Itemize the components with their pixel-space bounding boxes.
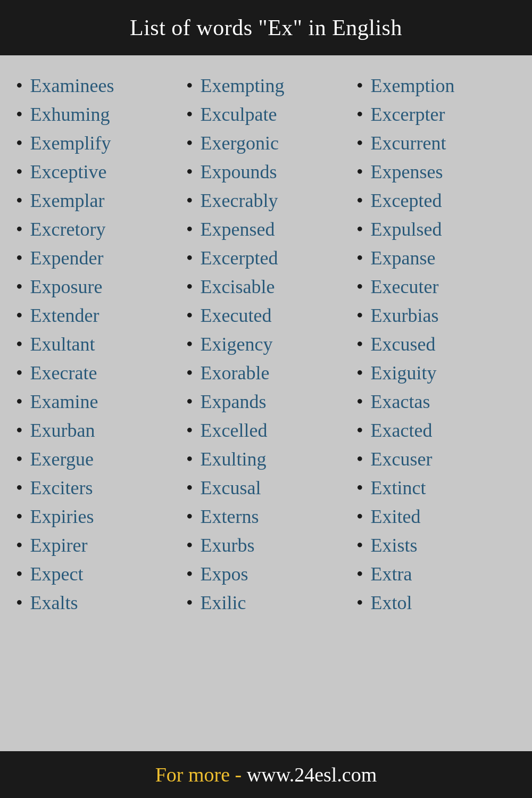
bullet-icon: •	[16, 335, 23, 354]
bullet-icon: •	[186, 105, 193, 124]
list-item: •Examinees	[16, 71, 176, 100]
word-text: Exorable	[201, 362, 270, 384]
list-item: •Exacted	[356, 416, 516, 445]
bullet-icon: •	[186, 593, 193, 612]
bullet-icon: •	[16, 363, 23, 383]
list-item: •Expands	[186, 387, 346, 416]
word-text: Exalts	[30, 592, 78, 614]
list-item: •Extol	[356, 588, 516, 617]
list-item: •Exemplar	[16, 186, 176, 215]
bullet-icon: •	[186, 421, 193, 440]
list-item: •Excerpter	[356, 100, 516, 129]
word-text: Expiries	[30, 505, 94, 528]
bullet-icon: •	[16, 478, 23, 497]
bullet-icon: •	[16, 162, 23, 181]
bullet-icon: •	[356, 277, 363, 296]
bullet-icon: •	[16, 248, 23, 268]
list-item: •Executed	[186, 301, 346, 330]
word-text: Expanse	[371, 247, 436, 269]
list-item: •Exigency	[186, 330, 346, 359]
bullet-icon: •	[16, 191, 23, 210]
bullet-icon: •	[16, 76, 23, 95]
word-text: Exceptive	[30, 161, 107, 183]
bullet-icon: •	[356, 593, 363, 612]
word-text: Exemplify	[30, 132, 111, 154]
word-text: Exactas	[371, 390, 430, 413]
bullet-icon: •	[356, 478, 363, 497]
bullet-icon: •	[186, 450, 193, 469]
word-text: Excurrent	[371, 132, 446, 154]
list-item: •Expender	[16, 244, 176, 272]
word-text: Excerpted	[201, 247, 278, 269]
word-text: Exempting	[201, 74, 285, 97]
word-column-3: •Exemption•Excerpter•Excurrent•Expenses•…	[351, 71, 521, 617]
word-text: Executed	[201, 304, 272, 327]
word-text: Exigency	[201, 333, 273, 355]
bullet-icon: •	[16, 593, 23, 612]
list-item: •Extender	[16, 301, 176, 330]
list-item: •Exurbs	[186, 531, 346, 560]
word-grid: •Examinees•Exhuming•Exemplify•Exceptive•…	[11, 71, 521, 617]
bullet-icon: •	[186, 392, 193, 411]
bullet-icon: •	[356, 450, 363, 469]
word-text: Exhuming	[30, 103, 110, 126]
bullet-icon: •	[16, 134, 23, 153]
bullet-icon: •	[186, 220, 193, 239]
header-title: List of words "Ex" in English	[130, 15, 402, 40]
bullet-icon: •	[356, 162, 363, 181]
word-text: Expensed	[201, 218, 275, 240]
list-item: •Exilic	[186, 588, 346, 617]
bullet-icon: •	[186, 248, 193, 268]
word-text: Exurban	[30, 419, 95, 442]
list-item: •Expos	[186, 560, 346, 588]
list-item: •Exists	[356, 531, 516, 560]
list-item: •Excisable	[186, 272, 346, 301]
bullet-icon: •	[356, 105, 363, 124]
content-area: •Examinees•Exhuming•Exemplify•Exceptive•…	[0, 55, 532, 751]
word-text: Exergue	[30, 448, 94, 470]
word-text: Expulsed	[371, 218, 442, 240]
bullet-icon: •	[356, 335, 363, 354]
word-text: Excelled	[201, 419, 268, 442]
bullet-icon: •	[186, 363, 193, 383]
word-text: Excisable	[201, 276, 275, 298]
bullet-icon: •	[356, 76, 363, 95]
bullet-icon: •	[186, 134, 193, 153]
list-item: •Exemption	[356, 71, 516, 100]
list-item: •Exposure	[16, 272, 176, 301]
list-item: •Examine	[16, 387, 176, 416]
bullet-icon: •	[356, 536, 363, 555]
bullet-icon: •	[186, 507, 193, 526]
word-text: Executer	[371, 276, 439, 298]
list-item: •Expensed	[186, 215, 346, 244]
list-item: •Exculpate	[186, 100, 346, 129]
list-item: •Extinct	[356, 473, 516, 502]
word-text: Exacted	[371, 419, 433, 442]
list-item: •Exceptive	[16, 157, 176, 186]
footer-url-text: www.24esl.com	[247, 763, 377, 786]
word-text: Excretory	[30, 218, 106, 240]
bullet-icon: •	[186, 76, 193, 95]
word-text: Exurbias	[371, 304, 439, 327]
word-text: Excepted	[371, 189, 442, 212]
word-text: Expender	[30, 247, 104, 269]
word-text: Excuser	[371, 448, 433, 470]
bullet-icon: •	[16, 306, 23, 325]
list-item: •Exciters	[16, 473, 176, 502]
word-text: Exposure	[30, 276, 103, 298]
list-item: •Expanse	[356, 244, 516, 272]
word-text: Examinees	[30, 74, 114, 97]
word-text: Examine	[30, 390, 98, 413]
list-item: •Exactas	[356, 387, 516, 416]
list-item: •Exorable	[186, 359, 346, 387]
list-item: •Exalts	[16, 588, 176, 617]
word-text: Execrably	[201, 189, 278, 212]
word-text: Exurbs	[201, 534, 255, 556]
bullet-icon: •	[16, 105, 23, 124]
word-text: Extra	[371, 563, 412, 585]
list-item: •Expulsed	[356, 215, 516, 244]
word-text: Exergonic	[201, 132, 279, 154]
bullet-icon: •	[356, 248, 363, 268]
list-item: •Exurbias	[356, 301, 516, 330]
bullet-icon: •	[186, 478, 193, 497]
